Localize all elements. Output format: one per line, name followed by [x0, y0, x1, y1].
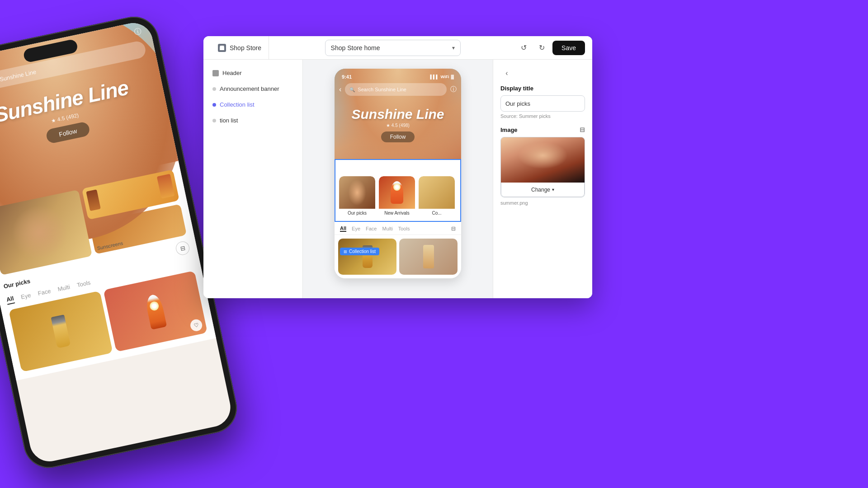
sidebar-item-announcement[interactable]: Announcement banner	[203, 81, 302, 97]
collection-tag-icon: ⊞	[344, 249, 347, 254]
preview-col-img-2	[379, 176, 415, 209]
preview-status-icons: ▌▌▌ WiFi ▓	[430, 74, 454, 80]
preview-time: 9:41	[342, 74, 352, 80]
phone-product-grid: ♡	[9, 271, 208, 372]
phone-sunscreens-label: Sunscreens	[97, 240, 123, 251]
preview-search-text: Search Sunshine Line	[358, 87, 406, 92]
preview-search-icon: 🔍	[349, 87, 355, 92]
editor-preview: 9:41 ▌▌▌ WiFi ▓ ‹ 🔍 Search Sunshine Line	[303, 60, 493, 298]
editor-tab-label: Shop Store	[230, 44, 261, 52]
phone-picks-label: Our picks	[3, 277, 31, 290]
filename-label: summer.png	[500, 200, 585, 206]
phone-product-1	[9, 291, 113, 372]
collection-tag-label: Collection list	[349, 249, 376, 254]
preview-tabs: All Eye Face Multi Tools ⊟	[335, 222, 461, 235]
preview-product-2	[399, 239, 458, 275]
preview-col-img-1	[339, 176, 375, 209]
preview-back-icon[interactable]: ‹	[339, 85, 341, 94]
phone-heart-icon[interactable]: ♡	[189, 318, 203, 332]
preview-rating: ★ 4.5 (498)	[351, 123, 444, 128]
preview-tab-all[interactable]: All	[340, 225, 346, 232]
preview-filter-icon[interactable]: ⊟	[451, 225, 456, 232]
page-selector: Shop Store home ▾	[269, 40, 516, 56]
preview-tab-multi[interactable]: Multi	[382, 226, 393, 231]
image-container: Change ▾	[500, 137, 585, 197]
sidebar-item-collection-list-2[interactable]: tion list	[203, 113, 302, 128]
change-label: Change	[531, 187, 550, 193]
editor-actions: ↺ ↻ Save	[516, 41, 585, 55]
preview-collection-section: ⊞ Collection list Our picks	[335, 159, 461, 222]
phone-tab-tools[interactable]: Tools	[76, 279, 91, 290]
sidebar-item-collection-list[interactable]: Collection list	[203, 97, 302, 113]
preview-col-name-2: New Arrivals	[379, 209, 415, 217]
preview-tab-face[interactable]: Face	[366, 226, 377, 231]
preview-col-new-arrivals[interactable]: New Arrivals	[379, 176, 415, 217]
page-dropdown-label: Shop Store home	[331, 44, 380, 52]
preview-status: 9:41 ▌▌▌ WiFi ▓	[335, 72, 461, 81]
preview-products	[335, 235, 461, 278]
collection-tag: ⊞ Collection list	[340, 248, 379, 255]
phone-screen: ⓘ 🔍 Search Sunshine Line Sunshine Line ★…	[0, 19, 234, 465]
display-title-input[interactable]	[500, 95, 585, 112]
phone-product-2: ♡	[103, 271, 208, 352]
collection-dot	[212, 103, 216, 107]
page-dropdown[interactable]: Shop Store home ▾	[325, 40, 461, 56]
preview-info-icon[interactable]: ⓘ	[450, 85, 457, 94]
image-section-label: Image ⊟	[500, 126, 585, 133]
preview-col-img-3	[419, 176, 455, 209]
right-panel: ‹ Display title Source: Summer picks Ima…	[493, 60, 592, 298]
editor-tab[interactable]: Shop Store	[211, 36, 269, 59]
editor-sidebar: Header Announcement banner Collection li…	[203, 60, 303, 298]
sidebar-header-label: Header	[222, 70, 242, 76]
preview-search[interactable]: 🔍 Search Sunshine Line	[345, 83, 447, 96]
undo-button[interactable]: ↺	[516, 41, 531, 55]
change-button[interactable]: Change ▾	[501, 183, 585, 197]
phone-tab-eye[interactable]: Eye	[20, 292, 32, 301]
preview-hero: 9:41 ▌▌▌ WiFi ▓ ‹ 🔍 Search Sunshine Line	[335, 69, 461, 159]
preview-col-name-3: Co...	[419, 209, 455, 217]
stack-icon[interactable]: ⊟	[580, 126, 585, 133]
right-panel-back-button[interactable]: ‹	[500, 67, 513, 80]
announcement-dot	[212, 87, 216, 91]
preview-col-third[interactable]: Co...	[419, 176, 455, 217]
save-button[interactable]: Save	[552, 41, 585, 55]
header-icon	[212, 70, 219, 76]
phone-tab-all[interactable]: All	[6, 295, 15, 305]
preview-col-our-picks[interactable]: Our picks	[339, 176, 375, 217]
phone-tab-multi[interactable]: Multi	[57, 283, 71, 293]
redo-button[interactable]: ↻	[534, 41, 549, 55]
sidebar-collection2-label: tion list	[220, 117, 238, 124]
chevron-down-icon: ▾	[452, 45, 455, 51]
battery-icon: ▓	[451, 75, 454, 79]
preview-collections: Our picks New Arrivals	[335, 159, 461, 222]
preview-phone: 9:41 ▌▌▌ WiFi ▓ ‹ 🔍 Search Sunshine Line	[335, 69, 461, 278]
change-chevron-icon: ▾	[552, 187, 554, 192]
preview-tab-eye[interactable]: Eye	[352, 226, 360, 231]
collection2-dot	[212, 119, 216, 122]
phone-filter-icon[interactable]: ⊟	[175, 240, 191, 257]
store-icon	[218, 44, 226, 52]
sidebar-announcement-label: Announcement banner	[220, 85, 279, 92]
editor-body: Header Announcement banner Collection li…	[203, 60, 592, 298]
sidebar-collection-label: Collection list	[220, 101, 255, 108]
signal-icon: ▌▌▌	[430, 75, 439, 79]
preview-tab-tools[interactable]: Tools	[398, 226, 410, 231]
info-icon[interactable]: ⓘ	[133, 26, 142, 37]
source-label: Source: Summer picks	[500, 113, 585, 119]
preview-product-1	[338, 239, 396, 275]
editor-window: Shop Store Shop Store home ▾ ↺ ↻ Save He…	[203, 36, 592, 298]
sidebar-item-header[interactable]: Header	[203, 65, 302, 81]
preview-col-name-1: Our picks	[339, 209, 375, 217]
image-preview	[501, 137, 585, 183]
image-preview-inner	[501, 137, 585, 183]
editor-titlebar: Shop Store Shop Store home ▾ ↺ ↻ Save	[203, 36, 592, 60]
phone-tab-face[interactable]: Face	[37, 287, 52, 298]
display-title-label: Display title	[500, 85, 585, 92]
preview-store-name: Sunshine Line	[351, 107, 444, 122]
wifi-icon: WiFi	[441, 75, 449, 79]
back-chevron-icon: ‹	[505, 69, 508, 77]
preview-follow-button[interactable]: Follow	[381, 131, 415, 142]
svg-rect-0	[220, 47, 224, 50]
